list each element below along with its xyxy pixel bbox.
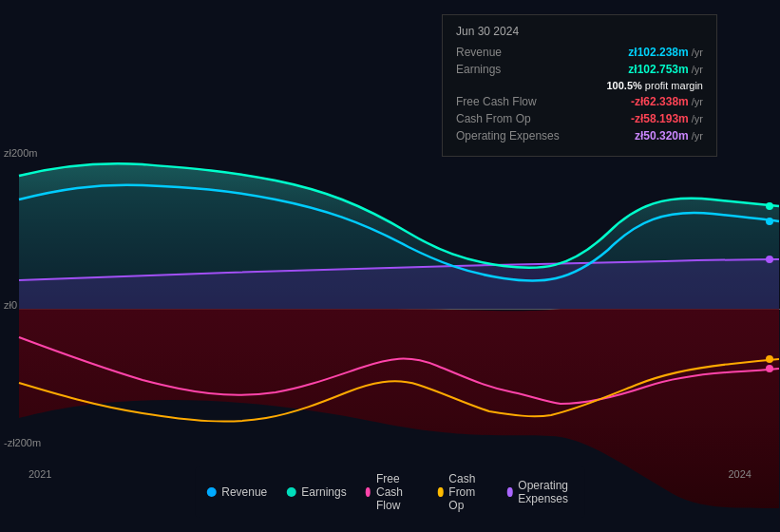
legend-cfo[interactable]: Cash From Op [438, 472, 488, 512]
fcf-dot [766, 365, 773, 372]
tooltip-label-revenue: Revenue [456, 46, 570, 59]
tooltip-date: Jun 30 2024 [456, 25, 703, 38]
legend-dot-opex [507, 487, 512, 497]
legend-dot-earnings [286, 487, 295, 497]
legend-revenue[interactable]: Revenue [206, 485, 267, 499]
tooltip-row-opex: Operating Expenses zł50.320m /yr [456, 129, 703, 142]
tooltip-value-earnings: zł102.753m [628, 63, 688, 76]
tooltip-value-fcf: -zł62.338m [631, 95, 689, 108]
legend-dot-revenue [206, 487, 216, 497]
legend-label-cfo: Cash From Op [448, 472, 488, 512]
earnings-dot [766, 202, 773, 210]
tooltip: Jun 30 2024 Revenue zł102.238m /yr Earni… [442, 14, 717, 157]
tooltip-label-opex: Operating Expenses [456, 129, 570, 142]
tooltip-value-cfo: -zł58.193m [631, 112, 689, 125]
revenue-dot [766, 218, 773, 225]
legend-earnings[interactable]: Earnings [286, 485, 346, 499]
legend-dot-fcf [366, 487, 371, 497]
tooltip-label-fcf: Free Cash Flow [456, 95, 570, 108]
tooltip-row-revenue: Revenue zł102.238m /yr [456, 46, 703, 59]
legend-label-fcf: Free Cash Flow [376, 472, 419, 512]
opex-dot [766, 256, 773, 263]
cfo-dot [766, 355, 773, 363]
tooltip-value-revenue: zł102.238m [628, 46, 688, 59]
tooltip-row-fcf: Free Cash Flow -zł62.338m /yr [456, 95, 703, 108]
tooltip-label-earnings: Earnings [456, 63, 570, 76]
tooltip-profit-margin: 100.5% profit margin [606, 80, 703, 91]
x-label-2024: 2024 [729, 468, 751, 480]
legend-label-opex: Operating Expenses [518, 479, 573, 505]
legend-dot-cfo [438, 487, 443, 497]
chart-container: Jun 30 2024 Revenue zł102.238m /yr Earni… [0, 0, 780, 532]
chart-legend: Revenue Earnings Free Cash Flow Cash Fro… [195, 466, 585, 518]
legend-label-revenue: Revenue [221, 485, 267, 499]
legend-label-earnings: Earnings [301, 485, 346, 499]
legend-opex[interactable]: Operating Expenses [507, 479, 574, 505]
x-label-2021: 2021 [29, 468, 51, 480]
tooltip-row-cfo: Cash From Op -zł58.193m /yr [456, 112, 703, 125]
tooltip-row-earnings-sub: 100.5% profit margin [456, 80, 703, 91]
tooltip-label-cfo: Cash From Op [456, 112, 570, 125]
tooltip-row-earnings: Earnings zł102.753m /yr [456, 63, 703, 76]
legend-fcf[interactable]: Free Cash Flow [366, 472, 419, 512]
tooltip-value-opex: zł50.320m [635, 129, 689, 142]
